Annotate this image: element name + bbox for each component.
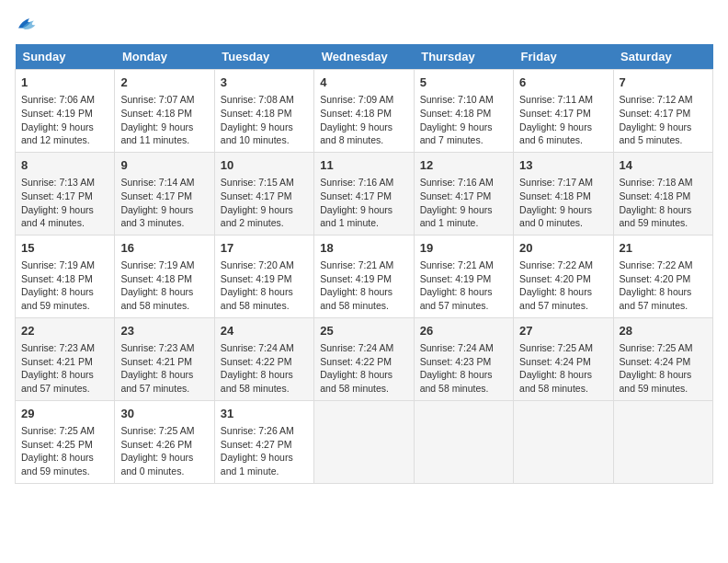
header-thursday: Thursday	[414, 44, 513, 70]
daylight: Daylight: 8 hours and 59 minutes.	[620, 369, 692, 394]
day-number: 23	[120, 323, 208, 339]
daylight: Daylight: 9 hours and 11 minutes.	[120, 121, 193, 146]
day-number: 2	[120, 75, 208, 91]
sunset: Sunset: 4:18 PM	[420, 108, 492, 119]
calendar-cell: 20Sunrise: 7:22 AMSunset: 4:20 PMDayligh…	[514, 235, 613, 317]
calendar-cell: 22Sunrise: 7:23 AMSunset: 4:21 PMDayligh…	[16, 317, 115, 400]
sunrise: Sunrise: 7:12 AM	[620, 94, 693, 105]
daylight: Daylight: 9 hours and 10 minutes.	[221, 121, 293, 146]
sunrise: Sunrise: 7:24 AM	[221, 342, 294, 353]
calendar-header-row: SundayMondayTuesdayWednesdayThursdayFrid…	[16, 44, 713, 70]
sunset: Sunset: 4:18 PM	[120, 108, 192, 119]
calendar-cell	[514, 400, 613, 483]
calendar-cell: 14Sunrise: 7:18 AMSunset: 4:18 PMDayligh…	[613, 152, 712, 235]
sunrise: Sunrise: 7:25 AM	[519, 342, 593, 353]
day-number: 22	[21, 323, 108, 339]
header-wednesday: Wednesday	[314, 44, 414, 70]
calendar-cell: 31Sunrise: 7:26 AMSunset: 4:27 PMDayligh…	[214, 400, 313, 483]
sunset: Sunset: 4:18 PM	[320, 108, 392, 119]
sunset: Sunset: 4:22 PM	[320, 356, 392, 367]
day-number: 18	[320, 240, 407, 257]
daylight: Daylight: 9 hours and 0 minutes.	[120, 452, 193, 477]
day-number: 25	[320, 323, 407, 339]
sunset: Sunset: 4:25 PM	[21, 439, 93, 450]
daylight: Daylight: 8 hours and 57 minutes.	[420, 286, 493, 311]
calendar-cell: 19Sunrise: 7:21 AMSunset: 4:19 PMDayligh…	[414, 235, 513, 317]
daylight: Daylight: 9 hours and 1 minute.	[320, 204, 392, 229]
sunset: Sunset: 4:24 PM	[620, 356, 691, 367]
sunrise: Sunrise: 7:13 AM	[21, 177, 95, 188]
calendar-cell: 8Sunrise: 7:13 AMSunset: 4:17 PMDaylight…	[16, 152, 115, 235]
sunrise: Sunrise: 7:22 AM	[519, 259, 593, 270]
header-monday: Monday	[115, 44, 214, 70]
daylight: Daylight: 9 hours and 4 minutes.	[21, 204, 94, 229]
sunrise: Sunrise: 7:25 AM	[620, 342, 693, 353]
daylight: Daylight: 9 hours and 1 minute.	[420, 204, 493, 229]
header-tuesday: Tuesday	[214, 44, 313, 70]
sunset: Sunset: 4:17 PM	[21, 190, 93, 201]
day-number: 5	[420, 75, 507, 91]
sunset: Sunset: 4:17 PM	[120, 190, 192, 201]
calendar-cell: 28Sunrise: 7:25 AMSunset: 4:24 PMDayligh…	[613, 317, 712, 400]
daylight: Daylight: 9 hours and 2 minutes.	[221, 204, 293, 229]
daylight: Daylight: 9 hours and 6 minutes.	[519, 121, 592, 146]
sunrise: Sunrise: 7:25 AM	[21, 425, 95, 436]
sunrise: Sunrise: 7:06 AM	[21, 94, 95, 105]
calendar-cell	[414, 400, 513, 483]
sunrise: Sunrise: 7:14 AM	[120, 177, 194, 188]
calendar-week-row: 29Sunrise: 7:25 AMSunset: 4:25 PMDayligh…	[16, 400, 713, 483]
calendar-cell: 4Sunrise: 7:09 AMSunset: 4:18 PMDaylight…	[314, 70, 414, 153]
sunrise: Sunrise: 7:07 AM	[120, 94, 194, 105]
calendar-table: SundayMondayTuesdayWednesdayThursdayFrid…	[15, 44, 713, 484]
calendar-cell: 29Sunrise: 7:25 AMSunset: 4:25 PMDayligh…	[16, 400, 115, 483]
daylight: Daylight: 8 hours and 58 minutes.	[320, 286, 392, 311]
sunrise: Sunrise: 7:15 AM	[221, 177, 294, 188]
sunset: Sunset: 4:19 PM	[320, 273, 392, 284]
sunrise: Sunrise: 7:21 AM	[320, 259, 393, 270]
sunset: Sunset: 4:17 PM	[221, 190, 292, 201]
day-number: 19	[420, 240, 507, 257]
calendar-cell: 5Sunrise: 7:10 AMSunset: 4:18 PMDaylight…	[414, 70, 513, 153]
sunset: Sunset: 4:19 PM	[420, 273, 492, 284]
sunset: Sunset: 4:17 PM	[519, 108, 591, 119]
sunset: Sunset: 4:18 PM	[21, 273, 93, 284]
sunset: Sunset: 4:20 PM	[519, 273, 591, 284]
day-number: 24	[221, 323, 308, 339]
calendar-cell: 24Sunrise: 7:24 AMSunset: 4:22 PMDayligh…	[214, 317, 313, 400]
sunset: Sunset: 4:22 PM	[221, 356, 292, 367]
calendar-cell: 9Sunrise: 7:14 AMSunset: 4:17 PMDaylight…	[115, 152, 214, 235]
sunset: Sunset: 4:21 PM	[21, 356, 93, 367]
daylight: Daylight: 8 hours and 57 minutes.	[519, 286, 592, 311]
daylight: Daylight: 8 hours and 59 minutes.	[21, 452, 94, 477]
sunrise: Sunrise: 7:16 AM	[320, 177, 393, 188]
sunset: Sunset: 4:27 PM	[221, 439, 292, 450]
sunset: Sunset: 4:23 PM	[420, 356, 492, 367]
calendar-cell: 6Sunrise: 7:11 AMSunset: 4:17 PMDaylight…	[514, 70, 613, 153]
day-number: 29	[21, 406, 108, 422]
calendar-week-row: 15Sunrise: 7:19 AMSunset: 4:18 PMDayligh…	[16, 235, 713, 317]
day-number: 30	[120, 406, 208, 422]
sunrise: Sunrise: 7:20 AM	[221, 259, 294, 270]
calendar-cell: 1Sunrise: 7:06 AMSunset: 4:19 PMDaylight…	[16, 70, 115, 153]
sunset: Sunset: 4:18 PM	[221, 108, 292, 119]
day-number: 10	[221, 157, 308, 174]
sunrise: Sunrise: 7:21 AM	[420, 259, 494, 270]
sunset: Sunset: 4:18 PM	[519, 190, 591, 201]
calendar-week-row: 8Sunrise: 7:13 AMSunset: 4:17 PMDaylight…	[16, 152, 713, 235]
daylight: Daylight: 8 hours and 57 minutes.	[21, 369, 94, 394]
sunset: Sunset: 4:26 PM	[120, 439, 192, 450]
day-number: 16	[120, 240, 208, 257]
sunset: Sunset: 4:17 PM	[620, 108, 691, 119]
day-number: 1	[21, 75, 108, 91]
daylight: Daylight: 9 hours and 8 minutes.	[320, 121, 392, 146]
daylight: Daylight: 8 hours and 58 minutes.	[120, 286, 193, 311]
daylight: Daylight: 8 hours and 58 minutes.	[519, 369, 592, 394]
sunset: Sunset: 4:18 PM	[120, 273, 192, 284]
sunset: Sunset: 4:17 PM	[320, 190, 392, 201]
day-number: 20	[519, 240, 607, 257]
day-number: 21	[620, 240, 707, 257]
daylight: Daylight: 9 hours and 0 minutes.	[519, 204, 592, 229]
daylight: Daylight: 8 hours and 57 minutes.	[620, 286, 692, 311]
sunset: Sunset: 4:19 PM	[221, 273, 292, 284]
sunrise: Sunrise: 7:19 AM	[120, 259, 194, 270]
